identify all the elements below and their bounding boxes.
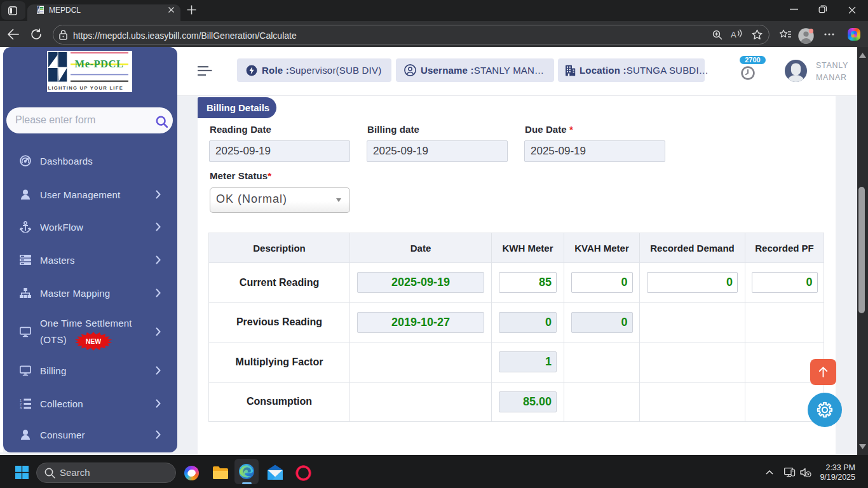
svg-text:1: 1 xyxy=(20,398,22,402)
svg-text:Me-PDCL: Me-PDCL xyxy=(75,58,124,70)
svg-text:LIGHTING UP YOUR LIFE: LIGHTING UP YOUR LIFE xyxy=(48,85,124,91)
svg-text:A: A xyxy=(731,30,736,39)
svg-text:NEW: NEW xyxy=(86,337,102,345)
svg-text:3: 3 xyxy=(20,406,22,409)
